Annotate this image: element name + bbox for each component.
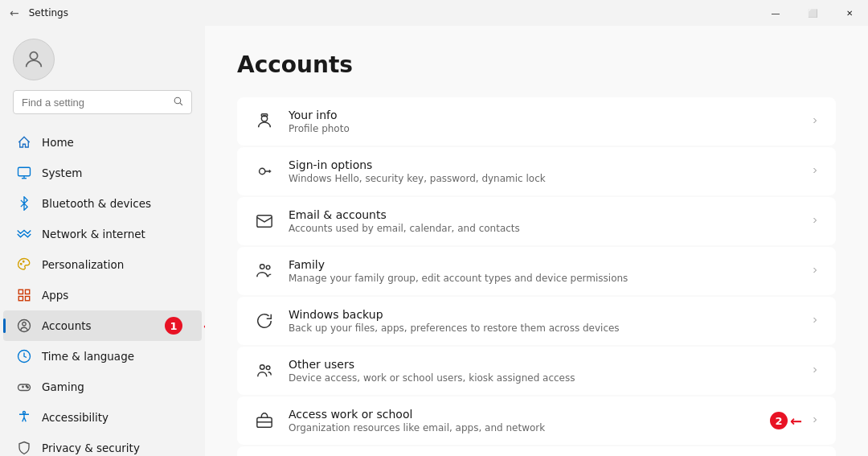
settings-item-passkey-settings[interactable]: Passkey settingsUse your face, fingerpri…	[237, 446, 836, 456]
settings-item-chevron-family	[810, 265, 820, 277]
sidebar-item-label-system: System	[42, 166, 82, 179]
settings-item-access-work-school[interactable]: Access work or schoolOrganization resour…	[237, 396, 836, 445]
sidebar-top	[0, 32, 205, 127]
family-icon	[253, 260, 276, 282]
settings-item-your-info[interactable]: Your infoProfile photo	[237, 97, 836, 146]
app-layout: HomeSystemBluetooth & devicesNetwork & i…	[0, 26, 868, 456]
settings-item-windows-backup[interactable]: Windows backupBack up your files, apps, …	[237, 297, 836, 345]
sidebar-item-accounts[interactable]: Accounts1←	[3, 310, 202, 341]
settings-item-desc-email-accounts: Accounts used by email, calendar, and co…	[289, 223, 797, 234]
clock-icon	[16, 348, 32, 364]
settings-item-name-access-work-school: Access work or school	[289, 408, 797, 421]
settings-item-name-email-accounts: Email & accounts	[289, 208, 797, 221]
svg-rect-10	[18, 297, 23, 301]
sidebar-item-personalization[interactable]: Personalization	[3, 249, 202, 280]
sidebar-item-system[interactable]: System	[3, 158, 202, 188]
settings-item-chevron-windows-backup	[810, 315, 820, 327]
sidebar-item-label-network: Network & internet	[42, 228, 145, 240]
monitor-icon	[16, 165, 32, 181]
settings-item-text-access-work-school: Access work or schoolOrganization resour…	[289, 408, 797, 433]
svg-point-25	[260, 265, 265, 269]
settings-item-text-signin-options: Sign-in optionsWindows Hello, security k…	[289, 158, 797, 184]
svg-point-27	[260, 365, 265, 370]
settings-item-name-windows-backup: Windows backup	[289, 308, 797, 321]
settings-item-text-family: FamilyManage your family group, edit acc…	[289, 258, 797, 284]
settings-item-other-users[interactable]: Other usersDevice access, work or school…	[237, 347, 836, 395]
settings-list: Your infoProfile photoSign-in optionsWin…	[237, 97, 836, 456]
main-content: Accounts Your infoProfile photoSign-in o…	[205, 26, 868, 456]
settings-item-chevron-email-accounts	[810, 216, 820, 228]
settings-item-text-other-users: Other usersDevice access, work or school…	[289, 358, 797, 384]
settings-item-chevron-access-work-school	[810, 415, 820, 427]
sidebar-item-network[interactable]: Network & internet	[3, 219, 202, 249]
sidebar-item-label-personalization: Personalization	[42, 258, 124, 271]
grid-icon	[16, 287, 32, 303]
settings-item-email-accounts[interactable]: Email & accountsAccounts used by email, …	[237, 197, 836, 245]
settings-item-desc-access-work-school: Organization resources like email, apps,…	[289, 422, 797, 433]
sidebar-item-label-time: Time & language	[42, 350, 134, 363]
briefcase-icon	[253, 409, 276, 432]
key-icon	[253, 160, 276, 183]
settings-item-signin-options[interactable]: Sign-in optionsWindows Hello, security k…	[237, 147, 836, 195]
sidebar-item-bluetooth[interactable]: Bluetooth & devices	[3, 188, 202, 219]
settings-item-text-email-accounts: Email & accountsAccounts used by email, …	[289, 208, 797, 234]
svg-point-20	[23, 412, 26, 414]
nav-container: HomeSystemBluetooth & devicesNetwork & i…	[0, 127, 205, 456]
settings-item-desc-your-info: Profile photo	[289, 123, 797, 134]
settings-item-desc-family: Manage your family group, edit account t…	[289, 273, 797, 284]
settings-item-chevron-other-users	[810, 365, 820, 377]
close-button[interactable]: ✕	[831, 0, 868, 26]
svg-point-13	[23, 322, 27, 327]
user-avatar[interactable]	[13, 39, 55, 80]
svg-rect-11	[26, 297, 30, 301]
house-icon	[16, 134, 32, 150]
sidebar-item-gaming[interactable]: Gaming	[3, 372, 202, 402]
sidebar: HomeSystemBluetooth & devicesNetwork & i…	[0, 26, 205, 456]
settings-item-family[interactable]: FamilyManage your family group, edit acc…	[237, 247, 836, 295]
titlebar: ← Settings — ⬜ ✕	[0, 0, 868, 26]
sidebar-item-label-apps: Apps	[42, 289, 68, 302]
back-button[interactable]: ←	[10, 6, 19, 19]
sidebar-item-label-bluetooth: Bluetooth & devices	[42, 197, 151, 210]
settings-item-name-family: Family	[289, 258, 797, 271]
svg-point-1	[174, 97, 181, 104]
accessibility-icon	[16, 409, 32, 425]
search-input[interactable]	[22, 97, 166, 109]
other-users-icon	[253, 359, 276, 382]
svg-rect-8	[18, 290, 23, 294]
titlebar-title: Settings	[29, 7, 68, 18]
settings-item-desc-windows-backup: Back up your files, apps, preferences to…	[289, 322, 797, 334]
titlebar-left: ← Settings	[10, 6, 68, 19]
svg-point-19	[27, 387, 29, 388]
bluetooth-icon	[16, 195, 32, 212]
sidebar-item-label-privacy: Privacy & security	[42, 442, 140, 454]
search-box[interactable]	[13, 90, 192, 114]
svg-rect-24	[257, 216, 272, 228]
svg-point-7	[23, 261, 25, 263]
sidebar-item-apps[interactable]: Apps	[3, 280, 202, 310]
sidebar-item-label-accessibility: Accessibility	[42, 411, 108, 424]
sidebar-item-time[interactable]: Time & language	[3, 341, 202, 372]
titlebar-controls: — ⬜ ✕	[757, 0, 868, 26]
settings-item-chevron-signin-options	[810, 166, 820, 178]
settings-item-name-signin-options: Sign-in options	[289, 158, 797, 171]
sidebar-item-privacy[interactable]: Privacy & security	[3, 433, 202, 456]
search-icon	[173, 96, 183, 109]
settings-item-desc-signin-options: Windows Hello, security key, password, d…	[289, 173, 797, 184]
envelope-icon	[253, 210, 276, 232]
sidebar-item-label-accounts: Accounts	[42, 319, 92, 332]
gamepad-icon	[16, 379, 32, 395]
svg-point-6	[21, 264, 23, 265]
person-badge-icon	[253, 110, 276, 133]
svg-point-28	[266, 366, 270, 370]
settings-item-desc-other-users: Device access, work or school users, kio…	[289, 372, 797, 384]
svg-rect-3	[18, 167, 31, 176]
sidebar-item-home[interactable]: Home	[3, 127, 202, 158]
maximize-button[interactable]: ⬜	[794, 0, 831, 26]
sidebar-item-accessibility[interactable]: Accessibility	[3, 402, 202, 433]
shield-icon	[16, 440, 32, 456]
svg-point-0	[30, 52, 37, 60]
settings-item-text-windows-backup: Windows backupBack up your files, apps, …	[289, 308, 797, 334]
minimize-button[interactable]: —	[757, 0, 794, 26]
settings-item-name-your-info: Your info	[289, 109, 797, 121]
